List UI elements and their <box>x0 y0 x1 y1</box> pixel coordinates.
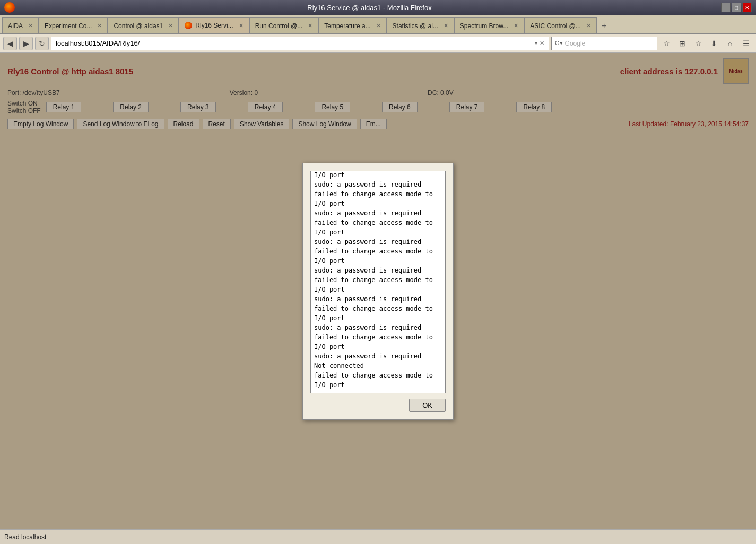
log-line: sudo: a password is required <box>314 323 442 332</box>
tab-statistics-label: Statistics @ ai... <box>393 22 438 30</box>
status-bar: Read localhost <box>0 529 756 544</box>
tab-aida-close[interactable]: ✕ <box>28 22 33 29</box>
tab-control-close[interactable]: ✕ <box>168 22 173 29</box>
tab-experiment[interactable]: Experiment Co... ✕ <box>39 17 108 33</box>
tab-spectrum-close[interactable]: ✕ <box>514 22 518 29</box>
maximize-btn[interactable]: □ <box>732 3 741 12</box>
search-bar[interactable]: G▾ Google <box>551 37 657 50</box>
tab-rly16[interactable]: Rly16 Servi... ✕ <box>179 17 249 33</box>
tab-asic-close[interactable]: ✕ <box>586 22 591 29</box>
log-line: failed to change access mode to I/O port <box>314 332 442 352</box>
tab-aida[interactable]: AIDA ✕ <box>2 17 39 33</box>
log-line: failed to change access mode to I/O port <box>314 371 442 390</box>
log-line: failed to change access mode to I/O port <box>314 304 442 323</box>
back-button[interactable]: ◀ <box>3 37 17 50</box>
close-btn[interactable]: ✕ <box>742 3 752 12</box>
tab-asic[interactable]: ASIC Control @... ✕ <box>524 17 597 33</box>
modal-overlay: failed to change access mode to I/O port… <box>0 53 756 529</box>
log-line: failed to change access mode to I/O port <box>314 189 442 208</box>
log-line: failed to change access mode to I/O port <box>314 171 442 180</box>
tab-runcontrol[interactable]: Run Control @... ✕ <box>249 17 319 33</box>
log-line: sudo: a password is required <box>314 352 442 361</box>
log-line: sudo: a password is required <box>314 294 442 304</box>
tab-asic-label: ASIC Control @... <box>530 22 581 30</box>
url-dropdown-icon[interactable]: ▾ <box>535 40 537 46</box>
tab-temperature[interactable]: Temperature a... ✕ <box>318 17 386 33</box>
window-title: Rly16 Service @ aidas1 - Mozilla Firefox <box>18 4 721 12</box>
url-text: localhost:8015/AIDA/Rly16/ <box>56 39 535 47</box>
status-text: Read localhost <box>4 533 46 541</box>
log-line: failed to change access mode to I/O port <box>314 218 442 237</box>
tab-experiment-close[interactable]: ✕ <box>97 22 102 29</box>
modal-log[interactable]: failed to change access mode to I/O port… <box>310 171 446 393</box>
log-line: sudo: a password is required <box>314 266 442 275</box>
home-icon[interactable]: ⌂ <box>723 37 737 50</box>
url-bar[interactable]: localhost:8015/AIDA/Rly16/ ▾ ✕ <box>51 37 549 50</box>
log-line: failed to change access mode to I/O port <box>314 275 442 294</box>
title-bar: Rly16 Service @ aidas1 - Mozilla Firefox… <box>0 0 756 15</box>
tab-spectrum[interactable]: Spectrum Brow... ✕ <box>454 17 524 33</box>
firefox-icon <box>4 2 15 13</box>
download-icon[interactable]: ⬇ <box>707 37 721 50</box>
ok-button[interactable]: OK <box>409 399 446 412</box>
minimize-btn[interactable]: – <box>721 3 731 12</box>
bookmarks-icon[interactable]: ☆ <box>659 37 673 50</box>
tab-runcontrol-label: Run Control @... <box>255 22 303 30</box>
tab-bar: AIDA ✕ Experiment Co... ✕ Control @ aida… <box>0 15 756 34</box>
menu-icon[interactable]: ☰ <box>739 37 753 50</box>
log-line: Not connected <box>314 361 442 371</box>
synced-tabs-icon[interactable]: ⊞ <box>675 37 689 50</box>
tab-runcontrol-close[interactable]: ✕ <box>308 22 312 29</box>
log-line: sudo: a password is required <box>314 208 442 218</box>
nav-bar: ◀ ▶ ↻ localhost:8015/AIDA/Rly16/ ▾ ✕ G▾ … <box>0 34 756 53</box>
log-line: sudo: a password is required <box>314 237 442 247</box>
modal-footer: OK <box>310 399 446 412</box>
window-controls: – □ ✕ <box>721 3 752 12</box>
tab-aida-label: AIDA <box>8 22 23 30</box>
tab-statistics[interactable]: Statistics @ ai... ✕ <box>387 17 454 33</box>
tab-spectrum-label: Spectrum Brow... <box>460 22 508 30</box>
tab-temperature-label: Temperature a... <box>324 22 370 30</box>
tab-temperature-close[interactable]: ✕ <box>376 22 381 29</box>
tab-experiment-label: Experiment Co... <box>45 22 92 30</box>
tab-control[interactable]: Control @ aidas1 ✕ <box>108 17 179 33</box>
page-content: Rly16 Control @ http aidas1 8015 client … <box>0 53 756 529</box>
reload-button[interactable]: ↻ <box>35 37 49 50</box>
tab-statistics-close[interactable]: ✕ <box>444 22 448 29</box>
search-placeholder: Google <box>565 40 586 47</box>
tab-rly16-label: Rly16 Servi... <box>195 22 233 29</box>
log-line: failed to change access mode to I/O port <box>314 247 442 266</box>
bookmark-page-icon[interactable]: ☆ <box>691 37 705 50</box>
tab-control-label: Control @ aidas1 <box>114 22 163 30</box>
search-engine-icon: G▾ <box>555 40 563 47</box>
tab-rly16-close[interactable]: ✕ <box>239 22 244 29</box>
url-clear-icon[interactable]: ✕ <box>540 40 544 47</box>
forward-button[interactable]: ▶ <box>19 37 33 50</box>
log-line: sudo: a password is required <box>314 180 442 189</box>
modal-dialog: failed to change access mode to I/O port… <box>302 163 454 420</box>
new-tab-button[interactable]: + <box>597 19 612 33</box>
tab-rly16-favicon <box>185 22 192 29</box>
